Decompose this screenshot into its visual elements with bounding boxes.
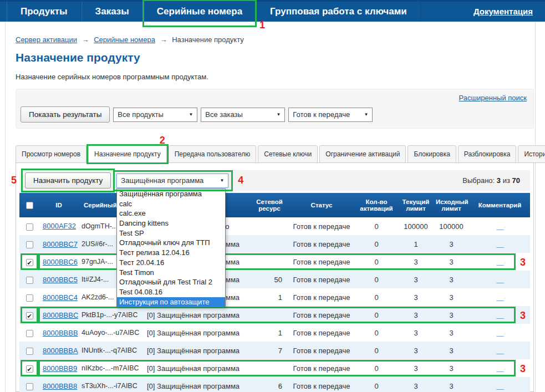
header-Сетевой ресурс: Сетевой ресурс xyxy=(250,193,289,217)
comment-cell: __ xyxy=(470,217,530,235)
documentation-link[interactable]: Документация xyxy=(473,2,533,22)
tab-5[interactable]: Блокировка xyxy=(408,145,456,163)
table-row-8000BBC6: 8000BBC697gnJA-...[0] Защищённая програм… xyxy=(19,253,530,271)
id-cell: 8000BBB9 xyxy=(39,359,78,377)
current-limit-cell: 3 xyxy=(399,377,433,392)
dropdown-item-7[interactable]: Тест 20.04.16 xyxy=(117,258,225,268)
comment-link[interactable]: __ xyxy=(496,258,503,266)
comment-link[interactable]: __ xyxy=(496,293,503,302)
row-checkbox[interactable] xyxy=(26,348,33,355)
breadcrumb-link-activation-server[interactable]: Сервер активации xyxy=(16,35,77,44)
id-link[interactable]: 8000BBB8 xyxy=(43,382,77,390)
tab-0[interactable]: Просмотр номеров xyxy=(16,145,86,163)
activations-cell: 0 xyxy=(354,359,399,377)
nav-item-3[interactable]: Групповая работа с ключами xyxy=(256,2,421,22)
products-filter-select[interactable]: Все продукты ▼ xyxy=(113,108,197,122)
id-link[interactable]: 8000BBB9 xyxy=(43,364,77,373)
dropdown-item-9[interactable]: Отладочный для Test Trial 2 xyxy=(117,277,225,287)
annotation-box-nav xyxy=(142,0,257,27)
row-checkbox[interactable] xyxy=(26,294,33,302)
network-cell xyxy=(250,217,289,235)
id-link[interactable]: 8000BBC7 xyxy=(43,240,78,248)
id-link[interactable]: 8000BBBB xyxy=(43,329,78,337)
current-limit-cell: 3 xyxy=(399,271,433,288)
header-checkbox[interactable] xyxy=(26,202,33,209)
id-cell: 8000BBBC xyxy=(39,306,78,324)
dropdown-item-6[interactable]: Тест релиза 12.04.16 xyxy=(117,248,225,258)
initial-limit-cell: 3 xyxy=(433,342,470,359)
dropdown-item-5[interactable]: Отладочный ключ для ТТП xyxy=(117,238,225,248)
tab-3[interactable]: Сетевые ключи xyxy=(258,145,318,163)
comment-link[interactable]: __ xyxy=(496,364,503,373)
nav-item-2[interactable]: Серийные номера1 xyxy=(143,2,256,22)
comment-link[interactable]: __ xyxy=(496,347,503,355)
id-cell: 8000BBC4 xyxy=(39,288,78,306)
assign-product-button[interactable]: Назначить продукту xyxy=(25,172,111,189)
activations-cell: 0 xyxy=(354,217,399,235)
activations-cell: 0 xyxy=(354,253,399,271)
row-checkbox[interactable] xyxy=(26,312,33,319)
current-limit-cell: 3 xyxy=(399,253,433,271)
product-cell: [0] Защищённая программа xyxy=(144,306,250,324)
comment-link[interactable]: __ xyxy=(496,222,503,231)
dropdown-item-11[interactable]: Инструкция по автозащите4 xyxy=(117,297,225,307)
comment-cell: __ xyxy=(470,306,530,324)
row-checkbox[interactable] xyxy=(26,223,33,231)
initial-limit-cell: 3 xyxy=(433,271,470,288)
dropdown-item-4[interactable]: Test SP xyxy=(117,228,225,238)
id-link[interactable]: 8000BBBC xyxy=(43,311,78,319)
network-cell: 50 xyxy=(250,271,289,288)
id-link[interactable]: 8000BBC6 xyxy=(43,258,78,266)
comment-link[interactable]: __ xyxy=(496,276,503,284)
product-cell: [0] Защищённая программа xyxy=(144,324,250,342)
serial-numbers-table: IDСерийный номерПродуктСетевой ресурсСта… xyxy=(19,193,530,392)
id-link[interactable]: 8000BBBA xyxy=(43,347,78,355)
show-results-button[interactable]: Показать результаты xyxy=(21,106,110,123)
annotation-box-tab xyxy=(86,144,169,164)
status-cell: Готов к передаче xyxy=(289,253,354,271)
initial-limit-cell: 3 xyxy=(433,288,470,306)
dropdown-item-2[interactable]: calc.exe xyxy=(117,208,225,218)
comment-link[interactable]: __ xyxy=(496,329,503,337)
breadcrumb-link-serial-numbers[interactable]: Серийные номера xyxy=(94,35,155,44)
dropdown-item-0[interactable]: Защищённая программа xyxy=(117,189,225,199)
id-link[interactable]: 8000AF32 xyxy=(43,222,76,230)
dropdown-item-1[interactable]: calc xyxy=(117,199,225,209)
tab-bar: Просмотр номеровНазначение продукту2Пере… xyxy=(16,145,545,163)
status-filter-select[interactable]: Готов к передаче ▼ xyxy=(288,108,373,122)
comment-link[interactable]: __ xyxy=(496,311,503,319)
orders-filter-select[interactable]: Все заказы ▼ xyxy=(201,108,285,122)
id-cell: 8000BBBA xyxy=(39,342,78,359)
comment-link[interactable]: __ xyxy=(496,240,503,248)
id-link[interactable]: 8000BBC4 xyxy=(43,293,78,302)
current-limit-cell: 3 xyxy=(399,342,433,359)
advanced-search-link[interactable]: Расширенный поиск xyxy=(459,94,527,102)
row-checkbox[interactable] xyxy=(26,259,33,266)
tab-1[interactable]: Назначение продукту2 xyxy=(88,145,167,163)
checkbox-cell xyxy=(19,324,39,342)
row-checkbox[interactable] xyxy=(26,330,33,337)
comment-link[interactable]: __ xyxy=(496,382,503,390)
row-checkbox[interactable] xyxy=(26,277,33,284)
dropdown-item-10[interactable]: Test 04.08.16 xyxy=(117,287,225,297)
tab-4[interactable]: Ограничение активаций xyxy=(319,145,406,163)
row-checkbox[interactable] xyxy=(26,241,33,248)
nav-item-0[interactable]: Продукты xyxy=(7,2,82,22)
tab-7[interactable]: История xyxy=(518,145,545,163)
content-panel: Назначить продукту 5 Защищённая программ… xyxy=(16,162,534,392)
row-checkbox[interactable] xyxy=(26,365,33,373)
row-checkbox[interactable] xyxy=(26,383,33,390)
id-link[interactable]: 8000BBC5 xyxy=(43,276,78,284)
orders-filter-value: Все заказы xyxy=(205,110,243,119)
serial-cell: PktB1p-...-y7AIBC xyxy=(78,306,144,324)
network-cell: 1 xyxy=(250,288,289,306)
id-cell: 8000BBB8 xyxy=(39,377,78,392)
nav-item-1[interactable]: Заказы xyxy=(82,2,143,22)
dropdown-item-3[interactable]: Dancing kittens xyxy=(117,218,225,228)
dropdown-item-8[interactable]: Test Timon xyxy=(117,268,225,278)
tab-2[interactable]: Передача пользователю xyxy=(169,145,257,163)
product-select[interactable]: Защищённая программа ▼ 4 xyxy=(116,174,228,188)
chevron-down-icon: ▼ xyxy=(220,178,224,183)
navbar-items: ПродуктыЗаказыСерийные номера1Групповая … xyxy=(0,2,421,22)
tab-6[interactable]: Разблокировка xyxy=(458,145,517,163)
